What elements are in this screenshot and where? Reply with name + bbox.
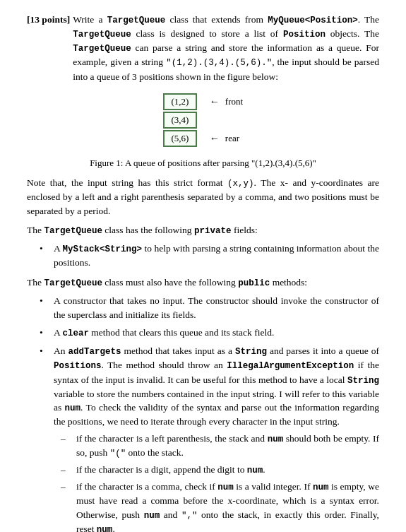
num-var-2: num (268, 435, 284, 444)
bullet-dot-3: • (40, 326, 51, 340)
queue-row-2: (3,4) (163, 112, 197, 129)
targetqueue-private: TargetQueue (44, 226, 102, 236)
bullet-addtargets: • An addTargets method that takes input … (40, 344, 379, 532)
bullet-clear: • A clear method that clears this queue … (40, 326, 379, 340)
queue-label-rear: ← rear (207, 131, 239, 146)
positions-type: Positions (54, 361, 102, 371)
queue-label-front: ← front (207, 95, 243, 109)
position-1: Position (283, 30, 326, 40)
bullet-clear-text: A clear method that clears this queue an… (54, 326, 379, 340)
num-var-4: num (217, 483, 234, 492)
figure-caption: Figure 1: A queue of positions after par… (90, 157, 316, 170)
arrow-rear: ← (207, 131, 222, 146)
queue-diagram: (1,2) ← front (3,4) (5,6) ← rear (163, 93, 243, 148)
targetqueue-2: TargetQueue (73, 30, 131, 40)
queue-row-1: (1,2) ← front (163, 93, 243, 110)
bullet-constructor: • A constructor that takes no input. The… (40, 294, 379, 321)
queue-box-3: (5,6) (163, 130, 197, 147)
bullet-mystack: • A MyStack<String> to help with parsing… (40, 242, 379, 270)
xy-format: (x,y) (227, 179, 254, 189)
private-bullet-list: • A MyStack<String> to help with parsing… (40, 242, 379, 270)
targetqueue-1: TargetQueue (107, 16, 166, 25)
bullet-addtargets-text: An addTargets method that takes input as… (54, 344, 379, 532)
sub-text-1: if the character is a left parenthesis, … (76, 432, 379, 460)
myqueue-ref: MyQueue<Position> (268, 16, 358, 25)
sub-list: – if the character is a left parenthesis… (61, 432, 379, 532)
addtargets-method: addTargets (68, 347, 121, 357)
num-var-5: num (313, 483, 329, 492)
arrow-front: ← (207, 95, 222, 109)
num-var-6: num (144, 511, 160, 521)
private-intro: The TargetQueue class has the following … (27, 223, 379, 237)
bracket-points: [13 points] (27, 13, 70, 83)
illegalarg-exception: IllegalArgumentException (227, 361, 354, 371)
public-keyword: public (238, 278, 270, 288)
sub-dash-2: – (61, 463, 75, 477)
string-type-2: String (347, 376, 379, 386)
queue-box-1: (1,2) (163, 93, 197, 110)
sub-text-3: if the character is a comma, check if nu… (76, 480, 379, 532)
figure-area: (1,2) ← front (3,4) (5,6) ← rear Figure … (27, 93, 379, 170)
intro-text: Write a TargetQueue class that extends f… (73, 13, 379, 83)
num-var-3: num (247, 466, 263, 475)
public-intro: The TargetQueue class must also have the… (27, 276, 379, 290)
sub-item-comma: – if the character is a comma, check if … (61, 480, 379, 532)
clear-method: clear (62, 329, 89, 338)
sub-item-digit: – if the character is a digit, append th… (61, 463, 379, 477)
bullet-dot-1: • (40, 242, 51, 270)
sub-dash-3: – (61, 480, 75, 532)
page-content: [13 points] Write a TargetQueue class th… (27, 13, 379, 532)
comma-literal: "," (181, 511, 198, 521)
queue-box-2: (3,4) (163, 112, 197, 129)
bullet-constructor-text: A constructor that takes no input. The c… (54, 294, 379, 321)
sub-text-2: if the character is a digit, append the … (76, 463, 265, 477)
example-string: "(1,2).(3,4).(5,6)." (166, 58, 272, 68)
targetqueue-public: TargetQueue (44, 278, 102, 288)
sub-dash-1: – (61, 432, 75, 460)
note-paragraph: Note that, the input string has this str… (27, 176, 379, 218)
sub-item-lparen: – if the character is a left parenthesis… (61, 432, 379, 460)
targetqueue-3: TargetQueue (73, 44, 131, 54)
private-keyword: private (194, 226, 232, 236)
string-type-1: String (235, 347, 267, 357)
public-bullet-list: • A constructor that takes no input. The… (40, 294, 379, 532)
intro-block: [13 points] Write a TargetQueue class th… (27, 13, 379, 83)
bullet-mystack-text: A MyStack<String> to help with parsing a… (54, 242, 379, 270)
mystack-string: MyStack<String> (62, 244, 142, 254)
num-var-7: num (97, 525, 113, 532)
rear-label: rear (225, 132, 239, 146)
bullet-dot-2: • (40, 294, 51, 321)
push-lparen: "(" (110, 449, 126, 459)
bullet-dot-4: • (40, 344, 51, 532)
num-var-1: num (65, 403, 81, 413)
queue-row-3: (5,6) ← rear (163, 130, 239, 147)
front-label: front (225, 95, 243, 109)
